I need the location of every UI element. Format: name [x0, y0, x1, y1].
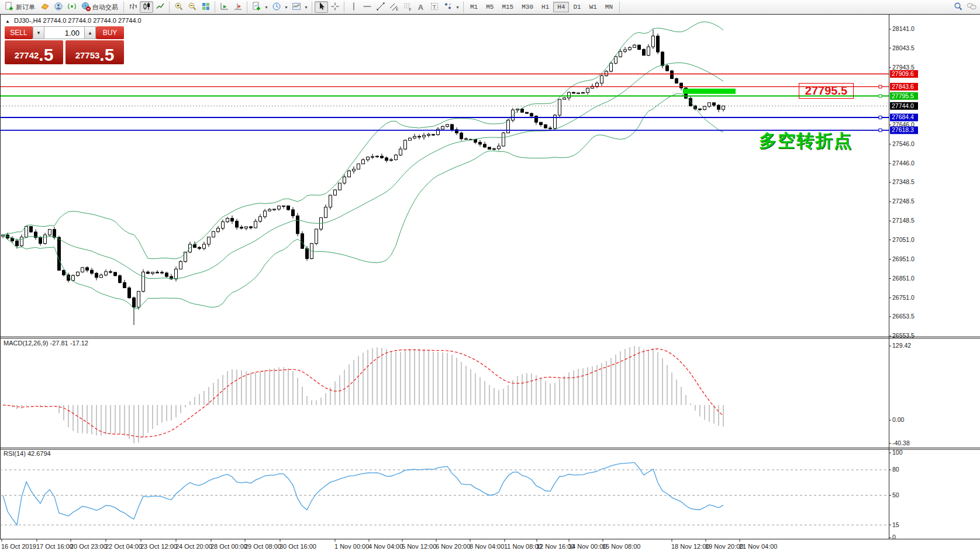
sell-price-fraction: .5 — [39, 47, 53, 63]
macd-axis-label: 129.42 — [892, 342, 911, 349]
candle-body — [409, 138, 412, 140]
trendline-tool-button[interactable] — [374, 1, 387, 13]
macd-axis-label: 0.00 — [892, 416, 905, 423]
add-indicator-button[interactable] — [250, 1, 263, 13]
equidistant-channel-tool-button[interactable]: E — [387, 1, 401, 13]
candle-body — [109, 272, 112, 272]
tile-windows-button[interactable] — [199, 1, 212, 13]
time-axis-label: 29 Oct 08:00 — [244, 543, 281, 550]
search-button[interactable] — [951, 1, 965, 13]
timeframe-m1[interactable]: M1 — [466, 2, 482, 12]
buy-price-button[interactable]: 27753 .5 — [65, 40, 124, 64]
cursor-tool-button[interactable] — [315, 1, 328, 13]
timeframe-h4[interactable]: H4 — [553, 2, 569, 12]
candle-body — [427, 134, 430, 136]
price-axis-label: 26851.0 — [892, 275, 915, 282]
candle-body — [77, 272, 80, 275]
line-handle[interactable] — [879, 116, 882, 119]
line-handle[interactable] — [879, 95, 882, 98]
chart-shift-icon — [233, 2, 243, 12]
price-axis-label: 26951.0 — [892, 255, 915, 262]
line-chart-mode-button[interactable] — [153, 1, 167, 13]
candle-body — [30, 226, 33, 232]
crosshair-tool-button[interactable] — [328, 1, 341, 13]
timeframe-d1[interactable]: D1 — [569, 2, 585, 12]
candlestick-mode-button[interactable] — [140, 1, 153, 13]
candle-body — [376, 156, 379, 157]
time-axis-label: 1 Nov 00:00 — [334, 543, 369, 550]
add-indicator-dropdown[interactable]: ▾ — [263, 1, 270, 13]
sell-price-button[interactable]: 27742 .5 — [5, 40, 63, 64]
candle-body — [713, 103, 716, 105]
chart-shift-button[interactable] — [231, 1, 244, 13]
timeframe-mn[interactable]: MN — [601, 2, 617, 12]
candle-body — [212, 231, 215, 237]
template-button[interactable] — [289, 1, 303, 13]
candle-body — [385, 158, 388, 160]
ohlc-values: 27744.0 27744.0 27744.0 27744.0 — [43, 17, 142, 24]
candle-body — [666, 65, 669, 71]
template-dropdown[interactable]: ▾ — [303, 1, 309, 13]
auto-trading-button[interactable]: 自动交易 — [78, 1, 121, 13]
timeframe-h1[interactable]: H1 — [537, 2, 553, 12]
sell-button[interactable]: SELL — [5, 26, 33, 39]
toolbar-separator — [169, 1, 170, 13]
candle-body — [357, 164, 360, 169]
terminal-button[interactable] — [51, 1, 65, 13]
candle-body — [610, 63, 613, 71]
text-label-tool-button[interactable]: T — [427, 1, 441, 13]
hline-price-box-label: 27684.4 — [892, 113, 914, 120]
market-watch-button[interactable] — [38, 1, 51, 13]
timeframe-m5[interactable]: M5 — [482, 2, 498, 12]
candle-body — [161, 272, 164, 273]
time-axis-label: 8 Nov 04:00 — [470, 543, 504, 550]
new-order-button[interactable]: 新订单 — [2, 1, 38, 13]
bar-chart-mode-button[interactable] — [126, 1, 140, 13]
signals-button[interactable] — [65, 1, 78, 13]
auto-trading-label: 自动交易 — [92, 3, 118, 12]
period-button[interactable] — [270, 1, 283, 13]
shapes-dropdown[interactable]: ▾ — [454, 1, 461, 13]
current-price-box-label: 27744.0 — [892, 102, 914, 109]
hline-price-box-label: 27843.6 — [892, 83, 914, 90]
candle-body — [137, 291, 140, 307]
collapse-ohlc-icon[interactable]: ▲ — [5, 19, 10, 24]
volume-increase-button[interactable]: ▲ — [84, 26, 96, 39]
candle-body — [675, 79, 678, 84]
text-a-icon: A — [418, 3, 423, 12]
fibonacci-tool-button[interactable]: F — [401, 1, 414, 13]
candle-body — [460, 133, 463, 139]
highlight-bar-object[interactable] — [683, 89, 736, 94]
price-callout-box[interactable]: 27795.5 — [799, 83, 854, 99]
timeframe-w1[interactable]: W1 — [585, 2, 601, 12]
time-axis-label: 28 Oct 00:00 — [211, 543, 247, 550]
horizontal-line-tool-button[interactable] — [360, 1, 374, 13]
candle-body — [446, 124, 449, 126]
shapes-tool-button[interactable] — [441, 1, 454, 13]
zoom-out-button[interactable] — [185, 1, 199, 13]
time-axis-label: 15 Nov 08:00 — [602, 543, 640, 550]
new-order-icon — [5, 2, 14, 12]
candle-body — [278, 206, 281, 209]
auto-scroll-button[interactable] — [218, 1, 231, 13]
candlestick-icon — [142, 2, 151, 12]
text-tool-button[interactable]: A — [414, 1, 427, 13]
vertical-line-tool-button[interactable] — [347, 1, 360, 13]
zoom-in-button[interactable] — [172, 1, 185, 13]
volume-decrease-button[interactable]: ▼ — [33, 26, 44, 39]
line-handle[interactable] — [879, 85, 882, 88]
timeframe-m30[interactable]: M30 — [517, 2, 537, 12]
buy-button[interactable]: BUY — [96, 26, 124, 39]
toolbar-separator — [312, 1, 312, 13]
candle-body — [699, 109, 702, 109]
volume-input[interactable]: 1.00 — [44, 26, 84, 39]
period-dropdown[interactable]: ▾ — [283, 1, 289, 13]
rsi-axis-label: 80 — [892, 466, 899, 473]
candle-body — [142, 272, 145, 291]
pivot-annotation-text[interactable]: 多空转折点 — [759, 129, 853, 153]
price-axis-label: 27248.5 — [892, 198, 915, 205]
timeframe-m15[interactable]: M15 — [498, 2, 517, 12]
chat-button[interactable] — [965, 1, 978, 13]
line-handle[interactable] — [879, 129, 882, 131]
price-axis-label: 27546.0 — [892, 140, 915, 147]
